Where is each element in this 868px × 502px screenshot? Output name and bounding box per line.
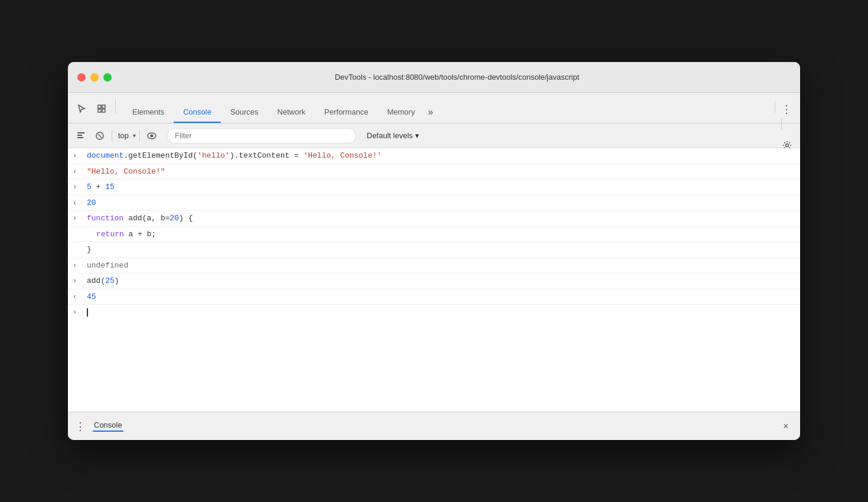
svg-line-8 bbox=[98, 134, 102, 138]
line-content-6: undefined bbox=[87, 260, 795, 272]
console-line-5: › function add(a, b=20) { bbox=[68, 211, 800, 227]
output-arrow-8: ‹ bbox=[73, 292, 84, 302]
window-title: DevTools - localhost:8080/web/tools/chro… bbox=[123, 73, 791, 82]
minimize-button[interactable] bbox=[90, 73, 99, 82]
console-prompt-line[interactable]: › bbox=[68, 305, 800, 320]
console-line-4: ‹ 20 bbox=[68, 195, 800, 211]
input-arrow-3: › bbox=[73, 182, 84, 193]
context-select-input[interactable]: top bbox=[116, 130, 132, 141]
eye-icon bbox=[146, 131, 157, 141]
console-line-6: ‹ undefined bbox=[68, 258, 800, 274]
close-button[interactable] bbox=[77, 73, 86, 82]
toolbar-left bbox=[73, 99, 118, 123]
tab-bar-right-divider bbox=[775, 101, 775, 113]
drawer-dots-icon[interactable]: ⋮ bbox=[75, 420, 86, 433]
console-line-2: ‹ "Hello, Console!" bbox=[68, 164, 800, 180]
svg-rect-2 bbox=[98, 109, 101, 112]
tab-network[interactable]: Network bbox=[268, 102, 315, 123]
input-arrow-7: › bbox=[73, 276, 84, 286]
context-dropdown-arrow: ▾ bbox=[133, 132, 136, 139]
main-tabs: Elements Console Sources Network Perform… bbox=[123, 102, 772, 123]
svg-rect-1 bbox=[102, 105, 105, 108]
tab-console[interactable]: Console bbox=[174, 102, 221, 123]
cursor bbox=[87, 308, 88, 317]
toolbar-divider bbox=[115, 99, 116, 113]
input-arrow-1: › bbox=[73, 151, 84, 161]
devtools-window: DevTools - localhost:8080/web/tools/chro… bbox=[68, 62, 800, 440]
cursor-icon-btn[interactable] bbox=[73, 100, 90, 118]
svg-point-10 bbox=[151, 134, 154, 137]
tab-elements[interactable]: Elements bbox=[123, 102, 174, 123]
svg-rect-5 bbox=[77, 135, 82, 136]
inspect-icon-btn[interactable] bbox=[93, 100, 110, 118]
clear-console-button[interactable] bbox=[73, 128, 89, 144]
line-content-4: 20 bbox=[87, 197, 795, 209]
drawer-close-button[interactable]: × bbox=[779, 419, 793, 433]
toolbar-divider-2 bbox=[139, 130, 140, 142]
console-line-5c: › } bbox=[68, 242, 800, 258]
svg-rect-6 bbox=[77, 137, 83, 138]
tab-performance[interactable]: Performance bbox=[315, 102, 377, 123]
svg-point-11 bbox=[786, 144, 789, 146]
line-content-8: 45 bbox=[87, 291, 795, 303]
line-content-5: function add(a, b=20) { bbox=[87, 213, 795, 224]
prompt-arrow: › bbox=[73, 307, 84, 318]
title-bar: DevTools - localhost:8080/web/tools/chro… bbox=[68, 62, 800, 93]
output-arrow-4: ‹ bbox=[73, 198, 84, 208]
input-arrow-5b: › bbox=[73, 229, 84, 240]
line-content-7: add(25) bbox=[87, 275, 795, 287]
output-arrow-6: ‹ bbox=[73, 260, 84, 271]
tab-bar: Elements Console Sources Network Perform… bbox=[68, 93, 800, 123]
bottom-drawer: ⋮ Console × bbox=[68, 412, 800, 440]
console-line-7: › add(25) bbox=[68, 273, 800, 289]
console-line-5b: › return a + b; bbox=[68, 227, 800, 243]
prompt-content[interactable] bbox=[87, 307, 795, 318]
tabs-more-button[interactable]: » bbox=[425, 102, 437, 123]
input-arrow-5: › bbox=[73, 213, 84, 224]
eye-icon-button[interactable] bbox=[143, 128, 160, 144]
filter-input[interactable] bbox=[167, 128, 356, 144]
input-arrow-5c: › bbox=[73, 245, 84, 255]
console-output[interactable]: › document.getElementById('hello').textC… bbox=[68, 148, 800, 412]
line-content-2: "Hello, Console!" bbox=[87, 166, 795, 178]
tab-memory[interactable]: Memory bbox=[378, 102, 425, 123]
line-content-5b: return a + b; bbox=[87, 229, 795, 240]
clear-icon bbox=[76, 131, 86, 141]
inspect-icon bbox=[97, 104, 106, 113]
svg-rect-0 bbox=[98, 105, 101, 108]
context-selector[interactable]: top ▾ bbox=[116, 130, 136, 141]
svg-rect-3 bbox=[102, 109, 105, 112]
default-levels-button[interactable]: Default levels ▾ bbox=[363, 129, 423, 142]
console-line-3: › 5 + 15 bbox=[68, 180, 800, 195]
tab-sources[interactable]: Sources bbox=[221, 102, 268, 123]
more-options-button[interactable]: ⋮ bbox=[778, 100, 795, 118]
stop-recording-button[interactable] bbox=[92, 128, 108, 144]
toolbar-divider-3 bbox=[781, 118, 782, 130]
window-controls bbox=[77, 73, 112, 82]
maximize-button[interactable] bbox=[103, 73, 112, 82]
stop-icon bbox=[95, 131, 105, 141]
svg-rect-4 bbox=[77, 132, 84, 133]
line-content-3: 5 + 15 bbox=[87, 181, 795, 193]
line-content-5c: } bbox=[87, 244, 795, 256]
console-line-8: ‹ 45 bbox=[68, 289, 800, 305]
console-line-1: › document.getElementById('hello').textC… bbox=[68, 148, 800, 164]
output-arrow-2: ‹ bbox=[73, 167, 84, 177]
drawer-console-label[interactable]: Console bbox=[93, 420, 123, 432]
cursor-icon bbox=[77, 104, 86, 113]
line-content-1: document.getElementById('hello').textCon… bbox=[87, 150, 795, 162]
toolbar-divider-1 bbox=[112, 130, 112, 142]
console-toolbar: top ▾ Default levels ▾ bbox=[68, 123, 800, 148]
